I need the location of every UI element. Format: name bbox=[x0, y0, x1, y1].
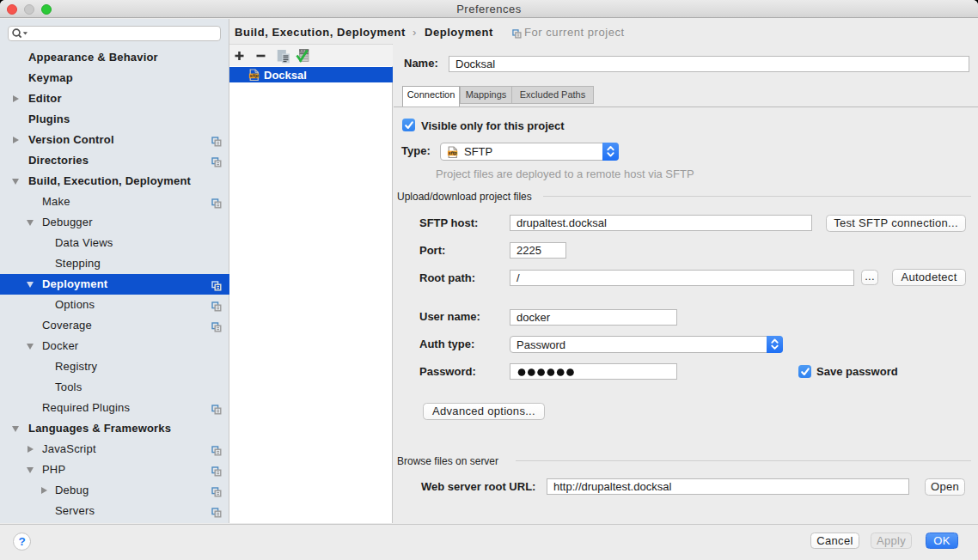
svg-text:sftp: sftp bbox=[448, 150, 457, 155]
svg-text:sftp: sftp bbox=[249, 73, 259, 78]
